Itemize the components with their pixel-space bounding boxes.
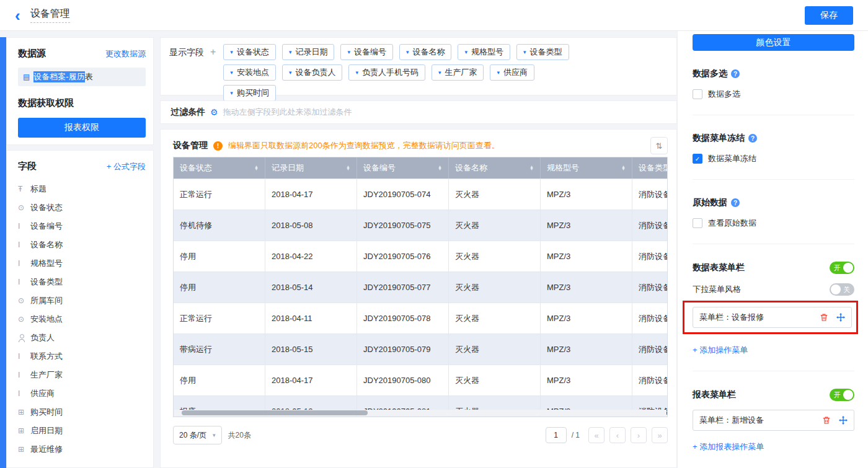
- field-item[interactable]: I生产厂家: [18, 366, 146, 384]
- table-cell: 正常运行: [174, 179, 265, 210]
- menu-freeze-checkbox-row[interactable]: ✓ 数据菜单冻结: [693, 153, 854, 164]
- table-cell: 灭火器: [449, 210, 541, 241]
- move-icon[interactable]: [839, 416, 848, 425]
- display-field-chip[interactable]: ▾设备负责人: [282, 64, 343, 81]
- chevron-down-icon: ▾: [355, 70, 358, 76]
- datasource-title: 数据源: [18, 48, 46, 60]
- horizontal-scrollbar-thumb[interactable]: [182, 410, 368, 415]
- chevron-down-icon: ▾: [213, 432, 216, 438]
- raw-data-checkbox[interactable]: [693, 218, 702, 228]
- table-sort-button[interactable]: ⇅: [650, 137, 668, 154]
- display-field-chip[interactable]: ▾负责人手机号码: [348, 64, 425, 81]
- radio-icon: ⊙: [18, 296, 30, 305]
- display-field-chip[interactable]: ▾记录日期: [282, 44, 335, 60]
- question-icon[interactable]: ?: [748, 134, 757, 143]
- question-icon[interactable]: ?: [731, 69, 740, 78]
- chevron-down-icon: ▾: [230, 91, 233, 96]
- display-field-chip[interactable]: ▾设备名称: [399, 44, 452, 60]
- field-item[interactable]: I设备编号: [18, 217, 146, 236]
- report-menu-section: 报表菜单栏 开 菜单栏：新增设备: [693, 371, 854, 467]
- display-field-chip[interactable]: ▾设备编号: [340, 44, 393, 60]
- next-page-button[interactable]: ›: [631, 427, 647, 443]
- field-item[interactable]: ⊙安装地点: [18, 310, 146, 329]
- menu-item-device-repair[interactable]: 菜单栏：设备报修: [693, 307, 852, 328]
- field-item[interactable]: I供应商: [18, 384, 146, 403]
- add-formula-field-link[interactable]: + 公式字段: [107, 161, 146, 172]
- dropdown-style-toggle[interactable]: 关: [830, 283, 854, 296]
- table-menu-toggle[interactable]: 开: [830, 262, 854, 274]
- raw-data-checkbox-row[interactable]: 查看原始数据: [693, 218, 854, 229]
- add-action-menu-link[interactable]: + 添加操作菜单: [693, 345, 748, 356]
- date-icon: ⊞: [18, 426, 30, 435]
- chevron-down-icon: ▾: [289, 70, 292, 76]
- sort-icon[interactable]: ▲▼: [529, 166, 534, 170]
- display-field-chip[interactable]: ▾供应商: [490, 64, 534, 81]
- field-label: 规格型号: [30, 258, 63, 269]
- table-row[interactable]: 正常运行2018-04-11JDY20190705-078灭火器MPZ/3消防设…: [174, 302, 667, 333]
- display-field-chip[interactable]: ▾安装地点: [223, 64, 276, 81]
- menu-freeze-checkbox[interactable]: ✓: [693, 154, 702, 164]
- field-item[interactable]: Ŧ标题: [18, 180, 146, 198]
- field-item[interactable]: I联系方式: [18, 347, 146, 366]
- display-field-chip[interactable]: ▾生产厂家: [432, 64, 484, 81]
- delete-icon[interactable]: [820, 313, 828, 322]
- table-row[interactable]: 正常运行2018-04-17JDY20190705-074灭火器MPZ/3消防设…: [174, 179, 667, 210]
- sort-icon[interactable]: ▲▼: [254, 166, 259, 170]
- table-cell: JDY20190705-077: [357, 272, 449, 302]
- table-row[interactable]: 停用2018-05-14JDY20190705-077灭火器MPZ/3消防设备: [174, 272, 667, 302]
- table-row[interactable]: 带病运行2018-05-15JDY20190705-079灭火器MPZ/3消防设…: [174, 333, 667, 364]
- field-item[interactable]: 负责人: [18, 329, 146, 347]
- delete-icon[interactable]: [822, 416, 831, 425]
- annotation-red-box: 菜单栏：设备报修: [683, 301, 858, 334]
- field-item[interactable]: ⊞启用日期: [18, 422, 146, 440]
- column-header[interactable]: 设备状态▲▼: [174, 157, 265, 179]
- field-item[interactable]: ⊙设备状态: [18, 198, 146, 217]
- column-header[interactable]: 规格型号▲▼: [541, 157, 632, 179]
- warning-icon: !: [213, 141, 223, 151]
- column-header[interactable]: 设备类型▲▼: [632, 157, 668, 179]
- field-item[interactable]: I规格型号: [18, 254, 146, 273]
- sort-icon[interactable]: ▲▼: [346, 166, 350, 170]
- color-settings-button[interactable]: 颜色设置: [693, 34, 854, 51]
- change-datasource-link[interactable]: 更改数据源: [105, 48, 146, 60]
- datasource-item[interactable]: ▤ 设备档案-履历 表: [18, 68, 146, 86]
- back-icon[interactable]: ‹: [15, 7, 20, 24]
- question-icon[interactable]: ?: [731, 198, 740, 207]
- save-button[interactable]: 保存: [805, 6, 853, 25]
- field-item[interactable]: ⊞最近维修: [18, 440, 146, 459]
- display-field-chip[interactable]: ▾设备状态: [223, 44, 276, 60]
- sort-icon[interactable]: ▲▼: [438, 166, 442, 170]
- column-header[interactable]: 设备名称▲▼: [449, 157, 541, 179]
- add-report-action-menu-link[interactable]: + 添加报表操作菜单: [693, 441, 764, 453]
- first-page-button[interactable]: «: [588, 427, 604, 443]
- field-item[interactable]: I设备名称: [18, 236, 146, 254]
- column-header[interactable]: 设备编号▲▼: [357, 157, 449, 179]
- field-label: 安装地点: [30, 314, 63, 325]
- sort-icon[interactable]: ▲▼: [621, 166, 626, 170]
- column-header[interactable]: 记录日期▲▼: [265, 157, 357, 179]
- prev-page-button[interactable]: ‹: [609, 427, 626, 443]
- last-page-button[interactable]: »: [652, 427, 668, 443]
- report-permission-button[interactable]: 报表权限: [18, 118, 146, 138]
- table-row[interactable]: 停机待修2018-05-08JDY20190705-075灭火器MPZ/3消防设…: [174, 210, 667, 241]
- menu-item-new-device[interactable]: 菜单栏：新增设备: [693, 410, 854, 431]
- display-field-chip[interactable]: ▾规格型号: [458, 44, 510, 60]
- field-item[interactable]: ⊞购买时间: [18, 403, 146, 422]
- add-display-field-button[interactable]: +: [210, 46, 216, 58]
- report-menu-toggle[interactable]: 开: [830, 389, 854, 401]
- multi-select-checkbox[interactable]: [693, 89, 702, 99]
- dropdown-style-label: 下拉菜单风格: [693, 284, 741, 295]
- document-icon: ▤: [23, 73, 30, 81]
- multi-select-checkbox-row[interactable]: 数据多选: [693, 89, 854, 100]
- current-page-input[interactable]: 1: [546, 427, 567, 443]
- display-field-chip[interactable]: ▾购买时间: [223, 85, 276, 101]
- display-field-chip[interactable]: ▾设备类型: [516, 44, 569, 60]
- page-title[interactable]: 设备管理: [30, 7, 70, 23]
- page-size-select[interactable]: 20 条/页 ▾: [173, 426, 222, 444]
- field-item[interactable]: I设备类型: [18, 273, 146, 291]
- move-icon[interactable]: [836, 313, 845, 322]
- gear-icon[interactable]: ⚙: [210, 107, 218, 117]
- table-row[interactable]: 停用2018-04-22JDY20190705-076灭火器MPZ/3消防设备: [174, 241, 667, 272]
- field-item[interactable]: ⊙所属车间: [18, 291, 146, 310]
- table-row[interactable]: 停用2018-04-17JDY20190705-080灭火器MPZ/3消防设备: [174, 364, 667, 395]
